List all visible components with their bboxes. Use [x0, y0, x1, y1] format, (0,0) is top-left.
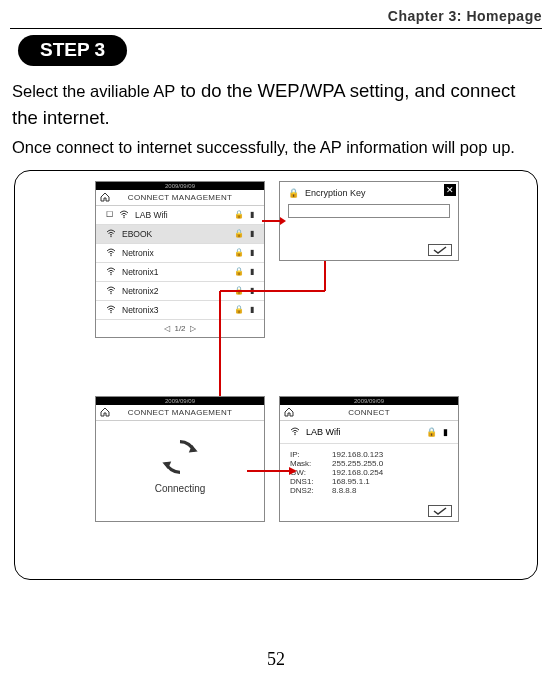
- lock-icon: 🔒: [234, 229, 244, 238]
- confirm-button[interactable]: [428, 505, 452, 517]
- wifi-icon: [290, 426, 300, 438]
- panel-date: 2009/09/09: [280, 397, 458, 405]
- result-ssid: LAB Wifi: [306, 427, 420, 437]
- spinner-icon: [158, 435, 202, 479]
- connecting-panel: 2009/09/09 CONNECT MANAGEMENT Connecting: [95, 396, 265, 522]
- panel-date: 2009/09/09: [96, 397, 264, 405]
- kv-val: 192.168.0.123: [332, 450, 383, 459]
- network-info: IP:192.168.0.123 Mask:255.255.255.0 GW:1…: [280, 444, 458, 495]
- svg-marker-16: [289, 467, 297, 475]
- lock-icon: 🔒: [234, 248, 244, 257]
- wifi-icon: [106, 266, 116, 278]
- arrow-right-icon: [247, 466, 297, 476]
- dialog-title-text: Encryption Key: [305, 188, 366, 198]
- wifi-name: Netronix: [122, 248, 228, 258]
- home-icon: [284, 407, 294, 419]
- panel-title-connmgmt: CONNECT MANAGEMENT: [96, 190, 264, 206]
- bottom-row: 2009/09/09 CONNECT MANAGEMENT Connecting…: [95, 396, 459, 522]
- wifi-icon: [106, 228, 116, 240]
- arrow-right-icon: [262, 216, 286, 226]
- kv-row: DNS2:8.8.8.8: [290, 486, 448, 495]
- instruction-paragraph-1: Select the aviliable AP to do the WEP/WP…: [12, 78, 540, 132]
- kv-row: IP:192.168.0.123: [290, 450, 448, 459]
- signal-icon: ▮: [250, 248, 254, 257]
- connecting-body: Connecting: [96, 421, 264, 500]
- home-icon: [100, 192, 110, 204]
- lock-icon: 🔒: [288, 188, 299, 198]
- kv-row: Mask:255.255.255.0: [290, 459, 448, 468]
- wifi-name: EBOOK: [122, 229, 228, 239]
- instr-1a: Select the aviliable AP: [12, 82, 175, 100]
- header-divider: [10, 28, 542, 29]
- connection-result-panel: 2009/09/09 CONNECT LAB Wifi 🔒 ▮ IP:192.1…: [279, 396, 459, 522]
- result-ssid-row: LAB Wifi 🔒 ▮: [280, 421, 458, 444]
- kv-val: 8.8.8.8: [332, 486, 356, 495]
- svg-point-2: [110, 254, 111, 255]
- page-number: 52: [0, 649, 552, 670]
- wifi-icon: [119, 209, 129, 221]
- check-icon: [433, 246, 447, 254]
- wifi-name: LAB Wifi: [135, 210, 228, 220]
- svg-marker-7: [280, 217, 286, 225]
- confirm-button[interactable]: [428, 244, 452, 256]
- lock-icon: 🔒: [426, 427, 437, 437]
- kv-val: 255.255.255.0: [332, 459, 383, 468]
- connecting-label: Connecting: [155, 483, 206, 494]
- kv-key: DNS1:: [290, 477, 324, 486]
- svg-point-14: [294, 433, 295, 434]
- kv-row: DNS1:168.95.1.1: [290, 477, 448, 486]
- encryption-dialog: ✕ 🔒 Encryption Key: [279, 181, 459, 261]
- kv-key: IP:: [290, 450, 324, 459]
- svg-point-4: [110, 292, 111, 293]
- instruction-paragraph-2: Once connect to internet successfully, t…: [12, 136, 540, 160]
- panel-title-text: CONNECT: [348, 408, 390, 417]
- wifi-icon: [106, 304, 116, 316]
- encryption-key-input[interactable]: [288, 204, 450, 218]
- list-item[interactable]: ☐ LAB Wifi 🔒 ▮: [96, 206, 264, 225]
- close-icon[interactable]: ✕: [444, 184, 456, 196]
- signal-icon: ▮: [250, 229, 254, 238]
- diagram-container: 2009/09/09 CONNECT MANAGEMENT ☐ LAB Wifi…: [14, 170, 538, 580]
- svg-point-1: [110, 235, 111, 236]
- pager-next-icon[interactable]: ▷: [190, 324, 196, 333]
- panel-title-connecting: CONNECT MANAGEMENT: [96, 405, 264, 421]
- panel-date: 2009/09/09: [96, 182, 264, 190]
- signal-icon: ▮: [443, 427, 448, 437]
- panel-title-text: CONNECT MANAGEMENT: [128, 408, 232, 417]
- kv-val: 192.168.0.254: [332, 468, 383, 477]
- signal-icon: ▮: [250, 210, 254, 219]
- kv-key: DNS2:: [290, 486, 324, 495]
- list-item[interactable]: EBOOK 🔒 ▮: [96, 225, 264, 244]
- svg-point-3: [110, 273, 111, 274]
- wifi-icon: [106, 247, 116, 259]
- check-icon: [433, 507, 447, 515]
- wifi-icon: [106, 285, 116, 297]
- lock-icon: 🔒: [234, 210, 244, 219]
- home-icon: [100, 407, 110, 419]
- panel-title-connect: CONNECT: [280, 405, 458, 421]
- kv-row: GW:192.168.0.254: [290, 468, 448, 477]
- kv-val: 168.95.1.1: [332, 477, 370, 486]
- svg-point-5: [110, 311, 111, 312]
- svg-point-0: [123, 216, 124, 217]
- pager-text: 1/2: [174, 324, 185, 333]
- pager-prev-icon[interactable]: ◁: [164, 324, 170, 333]
- checkbox-icon: ☐: [106, 210, 113, 219]
- panel-title-text: CONNECT MANAGEMENT: [128, 193, 232, 202]
- step-badge: STEP 3: [18, 35, 127, 66]
- chapter-header: Chapter 3: Homepage: [10, 8, 542, 24]
- dialog-title: 🔒 Encryption Key: [280, 182, 458, 202]
